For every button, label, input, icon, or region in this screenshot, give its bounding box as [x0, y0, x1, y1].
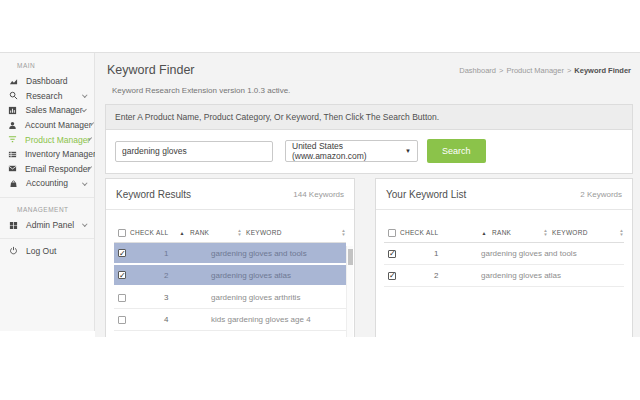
- bar-chart-icon: [8, 105, 17, 115]
- search-button[interactable]: Search: [427, 139, 486, 163]
- sidebar-item-admin-panel[interactable]: Admin Panel: [0, 218, 94, 233]
- search-panel: Enter A Product Name, Product Category, …: [105, 104, 633, 174]
- sidebar-item-label: Accounting: [26, 178, 68, 188]
- search-instruction: Enter A Product Name, Product Category, …: [106, 105, 632, 130]
- basket-icon: [8, 178, 18, 188]
- rank-column-header[interactable]: RANK ▲▼: [190, 229, 242, 237]
- keyword-cell: kids gardening gloves age 4: [211, 315, 346, 324]
- rank-cell: 4: [159, 315, 211, 324]
- table-row[interactable]: 4 kids gardening gloves age 4: [114, 309, 346, 331]
- search-controls: United States (www.amazon.com) ▼ Search: [106, 130, 632, 173]
- sidebar: MAIN Dashboard Research Sales Manager Ac…: [0, 53, 95, 331]
- row-checkbox[interactable]: [118, 316, 126, 324]
- rank-column-header[interactable]: RANK ▲▼: [492, 229, 548, 237]
- breadcrumb-current: Keyword Finder: [574, 66, 631, 75]
- rank-header-label: RANK: [190, 229, 209, 236]
- sidebar-item-product-manager[interactable]: Product Manager: [0, 132, 94, 147]
- list-table: CHECK ALL ▲ RANK ▲▼ KEYWORD ▲▼: [376, 210, 632, 287]
- panel-title: Your Keyword List: [386, 189, 466, 200]
- table-row[interactable]: 2 gardening gloves atlas: [114, 265, 346, 287]
- sort-both-icon[interactable]: ▲▼: [619, 229, 624, 237]
- chart-area-icon: [8, 76, 18, 86]
- chevron-down-icon: [89, 166, 92, 169]
- page-header: Keyword Finder Dashboard>Product Manager…: [105, 53, 633, 80]
- sidebar-item-label: Dashboard: [26, 76, 68, 86]
- panel-header: Keyword Results 144 Keywords: [106, 179, 354, 210]
- rank-cell: 1: [159, 249, 211, 258]
- keyword-cell: gardening gloves and tools: [211, 249, 346, 258]
- keyword-header-label: KEYWORD: [552, 229, 588, 236]
- sidebar-item-label: Inventory Manager: [25, 149, 96, 159]
- row-checkbox[interactable]: [388, 272, 396, 280]
- sidebar-item-email-responder[interactable]: Email Responder: [0, 162, 94, 177]
- app-window: MAIN Dashboard Research Sales Manager Ac…: [0, 52, 640, 337]
- sidebar-divider: [0, 197, 94, 198]
- sidebar-item-research[interactable]: Research: [0, 89, 94, 104]
- sidebar-section-main: MAIN: [0, 58, 94, 74]
- row-checkbox[interactable]: [118, 294, 126, 302]
- chevron-down-icon: [89, 137, 92, 140]
- sidebar-item-dashboard[interactable]: Dashboard: [0, 74, 94, 89]
- check-all-checkbox[interactable]: [388, 229, 396, 237]
- user-icon: [8, 120, 17, 130]
- list-table-header: CHECK ALL ▲ RANK ▲▼ KEYWORD ▲▼: [384, 223, 624, 243]
- row-checkbox[interactable]: [118, 271, 126, 279]
- sidebar-item-inventory-manager[interactable]: Inventory Manager: [0, 147, 94, 162]
- sidebar-section-management: MANAGEMENT: [0, 202, 94, 218]
- sidebar-item-label: Sales Manager: [25, 105, 82, 115]
- panel-title: Keyword Results: [116, 189, 191, 200]
- breadcrumb-separator: >: [567, 66, 571, 75]
- check-all-header[interactable]: CHECK ALL: [114, 229, 174, 237]
- keyword-count-badge: 144 Keywords: [293, 190, 344, 199]
- sort-both-icon[interactable]: ▲▼: [341, 229, 346, 237]
- row-checkbox[interactable]: [118, 249, 126, 257]
- results-table: CHECK ALL ▲ RANK ▲▼ KEYWORD ▲▼: [106, 210, 354, 331]
- table-row[interactable]: 1 gardening gloves and tools: [114, 243, 346, 265]
- main-content: Keyword Finder Dashboard>Product Manager…: [95, 53, 640, 337]
- table-row[interactable]: 2 gardening gloves atlas: [384, 265, 624, 287]
- keyword-column-header[interactable]: KEYWORD ▲▼: [242, 229, 346, 237]
- rank-header-label: RANK: [492, 229, 511, 236]
- sidebar-item-account-manager[interactable]: Account Manager: [0, 118, 94, 133]
- results-scrollbar[interactable]: [346, 246, 353, 337]
- table-icon: [8, 149, 17, 159]
- check-all-header[interactable]: CHECK ALL: [384, 229, 476, 237]
- table-row[interactable]: 1 gardening gloves and tools: [384, 243, 624, 265]
- sort-asc-icon[interactable]: ▲: [476, 230, 492, 236]
- check-all-label: CHECK ALL: [400, 229, 438, 236]
- your-keyword-list-panel: Your Keyword List 2 Keywords CHECK ALL ▲…: [375, 178, 633, 337]
- sidebar-item-label: Admin Panel: [26, 220, 74, 230]
- check-all-checkbox[interactable]: [118, 229, 126, 237]
- results-table-header: CHECK ALL ▲ RANK ▲▼ KEYWORD ▲▼: [114, 223, 346, 243]
- keyword-column-header[interactable]: KEYWORD ▲▼: [548, 229, 624, 237]
- table-row[interactable]: 3 gardening gloves arthritis: [114, 287, 346, 309]
- keyword-cell: gardening gloves atlas: [481, 271, 624, 280]
- check-all-label: CHECK ALL: [130, 229, 168, 236]
- keyword-search-input[interactable]: [115, 141, 273, 162]
- sidebar-item-accounting[interactable]: Accounting: [0, 176, 94, 191]
- row-checkbox[interactable]: [388, 250, 396, 258]
- keyword-cell: gardening gloves arthritis: [211, 293, 346, 302]
- sidebar-divider: [0, 238, 94, 239]
- sidebar-item-label: Log Out: [26, 246, 56, 256]
- sidebar-item-label: Email Responder: [25, 164, 90, 174]
- breadcrumb-section[interactable]: Product Manager: [506, 66, 564, 75]
- chevron-down-icon: [82, 92, 87, 97]
- rank-cell: 3: [159, 293, 211, 302]
- panels-row: Keyword Results 144 Keywords CHECK ALL ▲…: [105, 178, 633, 337]
- sort-asc-icon[interactable]: ▲: [174, 230, 190, 236]
- sidebar-item-sales-manager[interactable]: Sales Manager: [0, 103, 94, 118]
- breadcrumb: Dashboard>Product Manager>Keyword Finder: [459, 66, 631, 75]
- rank-cell: 2: [429, 271, 481, 280]
- breadcrumb-home[interactable]: Dashboard: [459, 66, 496, 75]
- marketplace-selected-value: United States (www.amazon.com): [292, 141, 405, 161]
- chevron-down-icon: [82, 180, 87, 185]
- scrollbar-thumb[interactable]: [348, 249, 353, 265]
- sidebar-item-log-out[interactable]: Log Out: [0, 243, 94, 258]
- extension-status-text: Keyword Research Extension version 1.0.3…: [105, 80, 633, 104]
- page-title: Keyword Finder: [107, 63, 195, 77]
- power-icon: [8, 246, 18, 256]
- search-icon: [8, 91, 18, 101]
- sidebar-item-label: Research: [26, 91, 62, 101]
- marketplace-select[interactable]: United States (www.amazon.com) ▼: [285, 140, 418, 162]
